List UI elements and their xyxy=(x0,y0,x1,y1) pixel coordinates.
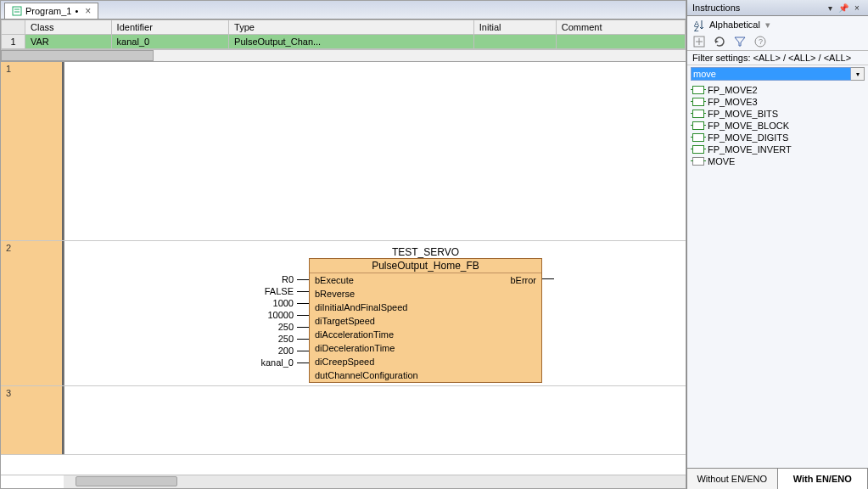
panel-menu-icon[interactable]: ▾ xyxy=(824,2,836,14)
network-body[interactable] xyxy=(64,386,686,454)
fb-input-value[interactable]: FALSE xyxy=(265,286,294,296)
function-block-icon xyxy=(692,157,704,166)
function-block-icon xyxy=(692,110,704,118)
fb-pin-row: bExecutebError xyxy=(310,273,541,287)
fb-box[interactable]: PulseOutput_Home_FB bExecutebErrorbRever… xyxy=(309,258,542,383)
toolbar-filter-icon[interactable] xyxy=(733,35,747,48)
tab-without-en[interactable]: Without EN/ENO xyxy=(687,469,778,489)
sort-label: Alphabetical xyxy=(709,20,760,30)
sort-dropdown[interactable]: AZ Alphabetical ▾ xyxy=(687,16,868,33)
var-grid-hscroll-track[interactable] xyxy=(1,49,686,61)
sort-icon: AZ xyxy=(692,18,706,31)
variable-grid: Class Identifier Type Initial Comment 1 … xyxy=(1,20,686,62)
col-initial[interactable]: Initial xyxy=(473,20,556,35)
network-body[interactable] xyxy=(64,62,686,240)
fb-wire-icon xyxy=(297,351,309,351)
instruction-item[interactable]: FP_MOVE_DIGITS xyxy=(691,132,865,143)
function-block[interactable]: TEST_SERVO R0FALSE100010000250250200kana… xyxy=(309,246,542,383)
instruction-label: FP_MOVE_BITS xyxy=(708,109,778,119)
svg-text:Z: Z xyxy=(694,25,699,31)
cell-class[interactable]: VAR xyxy=(25,35,112,49)
ladder-editor[interactable]: 1 2 TEST_SERVO R0FALSE100010000250250200… xyxy=(1,62,686,475)
fb-input-pin: bExecute xyxy=(315,274,510,286)
scroll-corner xyxy=(1,475,64,488)
tab-label: Program_1 xyxy=(25,6,71,16)
toolbar-refresh-icon[interactable] xyxy=(713,35,726,48)
col-identifier[interactable]: Identifier xyxy=(111,20,228,35)
function-block-icon xyxy=(692,98,704,106)
fb-pin-row: diInitialAndFinalSpeed xyxy=(310,301,541,314)
hscroll-thumb[interactable] xyxy=(76,476,177,486)
tab-close-icon[interactable]: × xyxy=(85,5,91,17)
fb-input-value[interactable]: 250 xyxy=(278,322,294,332)
instruction-item[interactable]: FP_MOVE2 xyxy=(691,84,865,96)
instruction-list: FP_MOVE2FP_MOVE3FP_MOVE_BITSFP_MOVE_BLOC… xyxy=(687,82,868,468)
fb-input-value[interactable]: R0 xyxy=(282,274,294,284)
fb-input-pin: dutChannelConfiguration xyxy=(315,369,536,381)
toolbar-expand-icon[interactable] xyxy=(692,35,706,48)
row-number: 1 xyxy=(2,35,25,49)
col-comment[interactable]: Comment xyxy=(556,20,685,35)
function-block-icon xyxy=(692,145,704,154)
instructions-panel: Instructions ▾ 📌 × AZ Alphabetical ▾ ? F… xyxy=(686,0,868,489)
main-editor: Program_1 • × Class Identifier Type Init… xyxy=(0,0,686,489)
instruction-item[interactable]: FP_MOVE3 xyxy=(691,96,865,108)
search-dropdown-icon[interactable]: ▾ xyxy=(851,67,865,81)
fb-type-name: PulseOutput_Home_FB xyxy=(310,259,541,273)
fb-input-pin: bReverse xyxy=(315,288,536,300)
fb-input-value[interactable]: 1000 xyxy=(273,298,294,308)
fb-input-value[interactable]: 200 xyxy=(278,346,294,356)
instruction-item[interactable]: FP_MOVE_INVERT xyxy=(691,143,865,155)
network-body[interactable]: TEST_SERVO R0FALSE100010000250250200kana… xyxy=(64,241,686,385)
fb-pin-row: diAccelerationTime xyxy=(310,328,541,341)
fb-input-value[interactable]: kanal_0 xyxy=(260,357,294,368)
network-1[interactable]: 1 xyxy=(1,62,686,241)
fb-pin-row: bReverse xyxy=(310,287,541,301)
fb-input-pin: diInitialAndFinalSpeed xyxy=(315,301,536,313)
cell-comment[interactable] xyxy=(556,35,685,49)
panel-toolbar: ? xyxy=(687,33,868,51)
panel-close-icon[interactable]: × xyxy=(851,2,863,14)
instruction-item[interactable]: FP_MOVE_BLOCK xyxy=(691,120,865,132)
fb-wire-icon xyxy=(297,279,309,280)
svg-text:?: ? xyxy=(759,37,763,46)
tab-program1[interactable]: Program_1 • × xyxy=(4,3,98,19)
instruction-item[interactable]: MOVE xyxy=(691,155,865,167)
fb-input-pin: diDecelerationTime xyxy=(315,342,536,354)
toolbar-help-icon[interactable]: ? xyxy=(753,35,767,48)
instruction-label: FP_MOVE_INVERT xyxy=(708,144,792,155)
panel-title: Instructions xyxy=(692,3,740,13)
col-type[interactable]: Type xyxy=(229,20,474,35)
network-number: 2 xyxy=(1,241,64,385)
network-3[interactable]: 3 xyxy=(1,386,686,455)
fb-input-pin: diCreepSpeed xyxy=(315,356,536,368)
instruction-label: FP_MOVE2 xyxy=(708,85,758,95)
cell-identifier[interactable]: kanal_0 xyxy=(111,35,228,49)
fb-input-value[interactable]: 250 xyxy=(278,334,294,344)
fb-output-pin: bError xyxy=(510,274,536,286)
var-row[interactable]: 1 VAR kanal_0 PulseOutput_Chan... xyxy=(2,35,686,49)
chevron-down-icon: ▾ xyxy=(765,20,770,31)
network-2[interactable]: 2 TEST_SERVO R0FALSE100010000250250200ka… xyxy=(1,241,686,386)
tab-with-en[interactable]: With EN/ENO xyxy=(778,469,869,489)
panel-pin-icon[interactable]: 📌 xyxy=(837,2,849,14)
ladder-hscroll[interactable] xyxy=(1,475,686,488)
fb-input-value[interactable]: 10000 xyxy=(267,310,294,320)
instruction-item[interactable]: FP_MOVE_BITS xyxy=(691,108,865,120)
cell-initial[interactable] xyxy=(473,35,556,49)
fb-input-pin: diTargetSpeed xyxy=(315,315,536,327)
panel-header: Instructions ▾ 📌 × xyxy=(687,0,868,16)
fb-wire-icon xyxy=(297,315,309,316)
col-class[interactable]: Class xyxy=(25,20,112,35)
hscroll-track[interactable] xyxy=(64,475,686,488)
network-number: 3 xyxy=(1,386,64,454)
fb-wire-icon xyxy=(297,291,309,292)
search-input[interactable] xyxy=(691,67,851,81)
footer-tabs: Without EN/ENO With EN/ENO xyxy=(687,468,868,489)
cell-type[interactable]: PulseOutput_Chan... xyxy=(229,35,474,49)
fb-instance-name: TEST_SERVO xyxy=(309,246,542,258)
var-grid-hscroll-thumb[interactable] xyxy=(1,50,154,61)
fb-inputs: R0FALSE100010000250250200kanal_0 xyxy=(260,273,309,368)
fb-pin-row: diTargetSpeed xyxy=(310,314,541,328)
tab-dirty-indicator: • xyxy=(75,6,78,16)
